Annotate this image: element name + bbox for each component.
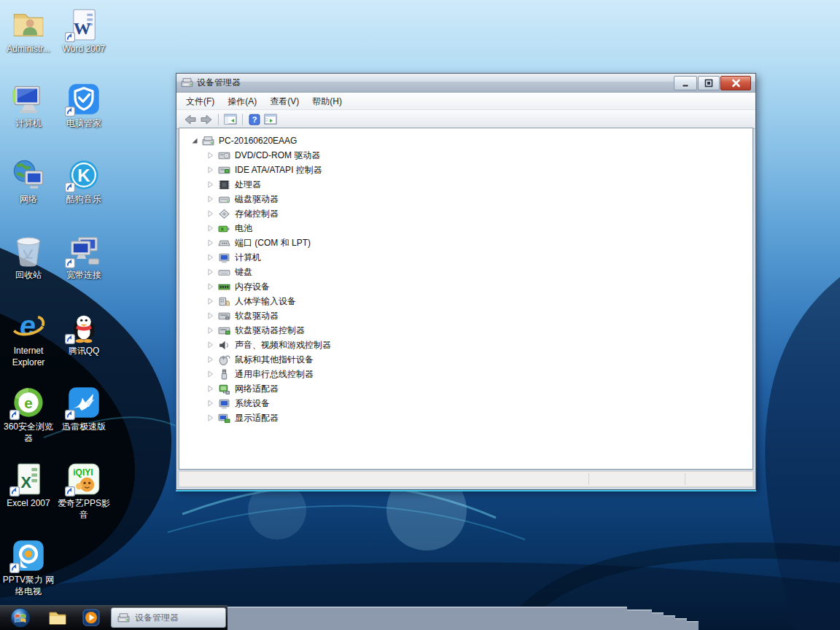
desktop-icon-word[interactable]: WWord 2007 bbox=[56, 7, 112, 55]
show-action-pane-button[interactable] bbox=[262, 112, 279, 127]
expand-arrow-icon[interactable] bbox=[207, 341, 214, 349]
expand-arrow-icon[interactable] bbox=[207, 225, 214, 232]
expand-arrow-icon[interactable] bbox=[207, 239, 214, 246]
expand-arrow-icon[interactable] bbox=[207, 312, 214, 319]
desktop-icon-kugou[interactable]: K酷狗音乐 bbox=[56, 158, 112, 206]
menu-action[interactable]: 操作(A) bbox=[221, 93, 263, 110]
tree-item-label: 内存设备 bbox=[235, 281, 270, 293]
tree-item[interactable]: 网络适配器 bbox=[179, 381, 752, 396]
desktop-icon-ie[interactable]: eInternet Explorer bbox=[1, 309, 56, 368]
shortcut-arrow-icon bbox=[65, 258, 75, 268]
xunlei-icon bbox=[66, 385, 101, 420]
expand-arrow-icon[interactable] bbox=[207, 166, 214, 174]
processor-icon bbox=[218, 179, 230, 190]
help-button[interactable]: ? bbox=[246, 112, 262, 127]
collapse-arrow-icon[interactable] bbox=[191, 137, 198, 144]
expand-arrow-icon[interactable] bbox=[207, 210, 214, 217]
pc-manager-icon bbox=[66, 82, 101, 117]
expand-arrow-icon[interactable] bbox=[207, 327, 214, 334]
tree-item[interactable]: DVD/CD-ROM 驱动器 bbox=[179, 148, 752, 163]
shortcut-arrow-icon bbox=[65, 182, 75, 192]
expand-arrow-icon[interactable] bbox=[207, 268, 214, 276]
menu-file[interactable]: 文件(F) bbox=[179, 93, 221, 110]
desktop-icon-excel[interactable]: XExcel 2007 bbox=[1, 462, 56, 510]
desktop-icon-network[interactable]: 网络 bbox=[1, 158, 56, 206]
menu-view[interactable]: 查看(V) bbox=[263, 93, 306, 110]
expand-arrow-icon[interactable] bbox=[207, 283, 214, 290]
battery-icon bbox=[218, 223, 230, 234]
tree-item-label: 电池 bbox=[235, 222, 252, 235]
desktop-icon-user-folder[interactable]: Administr... bbox=[1, 7, 56, 55]
expand-arrow-icon[interactable] bbox=[207, 181, 214, 188]
desktop-icon-recycle-bin[interactable]: 回收站 bbox=[1, 233, 56, 281]
desktop-icon-qq[interactable]: 腾讯QQ bbox=[56, 309, 112, 357]
desktop-icon-label: 腾讯QQ bbox=[56, 346, 112, 357]
tree-item[interactable]: 通用串行总线控制器 bbox=[179, 367, 752, 381]
expand-arrow-icon[interactable] bbox=[207, 356, 214, 363]
computer-icon bbox=[11, 82, 46, 117]
toolbar-separator bbox=[242, 114, 243, 125]
expand-arrow-icon[interactable] bbox=[207, 298, 214, 305]
expand-arrow-icon[interactable] bbox=[207, 385, 214, 392]
back-button[interactable] bbox=[182, 112, 198, 127]
excel-icon: X bbox=[11, 462, 46, 497]
tree-item[interactable]: 内存设备 bbox=[179, 279, 752, 294]
tree-item[interactable]: 键盘 bbox=[179, 265, 752, 279]
tree-item[interactable]: 软盘驱动器控制器 bbox=[179, 323, 752, 338]
tree-item[interactable]: 电池 bbox=[179, 221, 752, 236]
expand-arrow-icon[interactable] bbox=[207, 195, 214, 203]
close-button[interactable] bbox=[720, 76, 751, 90]
expand-arrow-icon[interactable] bbox=[207, 400, 214, 407]
desktop-icon-broadband[interactable]: 宽带连接 bbox=[56, 233, 112, 281]
desktop-icon-computer[interactable]: 计算机 bbox=[1, 82, 56, 130]
ie-icon: e bbox=[11, 309, 46, 344]
tree-item[interactable]: 处理器 bbox=[179, 177, 752, 192]
minimize-button[interactable] bbox=[674, 76, 697, 90]
desktop-icon-pptv[interactable]: PPTV聚力 网络电视 bbox=[1, 538, 56, 597]
taskbar-step bbox=[652, 612, 664, 630]
pptv-icon bbox=[11, 538, 46, 573]
tree-item[interactable]: 磁盘驱动器 bbox=[179, 192, 752, 206]
maximize-icon bbox=[704, 79, 713, 88]
desktop-icon-xunlei[interactable]: 迅雷极速版 bbox=[56, 385, 112, 433]
menu-help[interactable]: 帮助(H) bbox=[306, 93, 349, 110]
qq-icon bbox=[66, 309, 101, 344]
menu-bar: 文件(F)操作(A)查看(V)帮助(H) bbox=[176, 93, 755, 110]
tree-item[interactable]: 显示适配器 bbox=[179, 411, 752, 425]
expand-arrow-icon[interactable] bbox=[207, 414, 214, 421]
tree-item[interactable]: 计算机 bbox=[179, 250, 752, 265]
tree-item[interactable]: 端口 (COM 和 LPT) bbox=[179, 236, 752, 250]
shortcut-arrow-icon bbox=[65, 106, 75, 117]
expand-arrow-icon[interactable] bbox=[207, 254, 214, 261]
explorer-icon[interactable] bbox=[48, 608, 67, 627]
forward-button[interactable] bbox=[198, 112, 214, 127]
network-adapter-icon bbox=[218, 384, 230, 394]
window-titlebar[interactable]: 设备管理器 bbox=[176, 74, 755, 93]
shortcut-arrow-icon bbox=[65, 486, 75, 497]
desktop-icon-label: Administr... bbox=[1, 44, 56, 55]
taskbar-button-device-manager[interactable]: 设备管理器 bbox=[111, 607, 226, 628]
desktop-icon-pc-manager[interactable]: 电脑管家 bbox=[56, 82, 112, 130]
tree-item[interactable]: 人体学输入设备 bbox=[179, 294, 752, 308]
show-console-tree-button[interactable] bbox=[222, 112, 238, 127]
start-button[interactable] bbox=[10, 607, 31, 628]
svg-text:iQIYI: iQIYI bbox=[73, 467, 93, 478]
maximize-button[interactable] bbox=[698, 76, 720, 90]
tree-item-root[interactable]: PC-20160620EAAG bbox=[179, 133, 752, 148]
tree-item[interactable]: 软盘驱动器 bbox=[179, 308, 752, 323]
tree-item[interactable]: 鼠标和其他指针设备 bbox=[179, 352, 752, 367]
disk-drive-icon bbox=[218, 194, 230, 205]
expand-arrow-icon[interactable] bbox=[207, 152, 214, 159]
tree-item[interactable]: IDE ATA/ATAPI 控制器 bbox=[179, 163, 752, 177]
tree-item[interactable]: 声音、视频和游戏控制器 bbox=[179, 338, 752, 352]
svg-text:W: W bbox=[74, 19, 91, 38]
desktop-icon-360-browser[interactable]: e360安全浏览器 bbox=[1, 385, 56, 444]
tree-item[interactable]: 系统设备 bbox=[179, 396, 752, 411]
ports-icon bbox=[218, 238, 230, 249]
expand-arrow-icon[interactable] bbox=[207, 370, 214, 378]
media-player-icon[interactable] bbox=[82, 608, 101, 627]
statusbar-separator bbox=[685, 473, 685, 485]
tree-item[interactable]: 存储控制器 bbox=[179, 206, 752, 221]
desktop-icon-iqiyi[interactable]: iQIYI爱奇艺PPS影音 bbox=[56, 462, 112, 521]
svg-text:?: ? bbox=[252, 115, 257, 124]
